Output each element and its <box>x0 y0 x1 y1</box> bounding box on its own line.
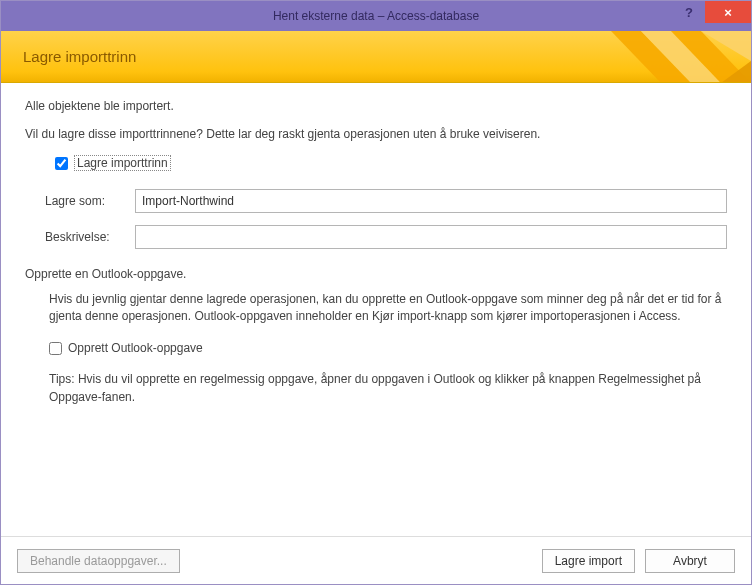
create-outlook-task-label[interactable]: Opprett Outlook-oppgave <box>68 340 203 357</box>
outlook-checkbox-row: Opprett Outlook-oppgave <box>49 340 727 357</box>
banner-heading: Lagre importtrinn <box>23 48 136 65</box>
save-as-input[interactable] <box>135 189 727 213</box>
outlook-heading: Opprette en Outlook-oppgave. <box>25 267 727 281</box>
manage-data-tasks-button[interactable]: Behandle dataoppgaver... <box>17 549 180 573</box>
description-label: Beskrivelse: <box>45 230 135 244</box>
outlook-section: Hvis du jevnlig gjentar denne lagrede op… <box>25 291 727 406</box>
banner-decoration <box>581 31 751 83</box>
save-as-row: Lagre som: <box>25 189 727 213</box>
save-import-button[interactable]: Lagre import <box>542 549 635 573</box>
window-controls: ? × <box>673 1 751 31</box>
titlebar: Hent eksterne data – Access-database ? × <box>1 1 751 31</box>
svg-marker-1 <box>641 31 721 83</box>
dialog-footer: Behandle dataoppgaver... Lagre import Av… <box>1 536 751 584</box>
cancel-button[interactable]: Avbryt <box>645 549 735 573</box>
status-text: Alle objektene ble importert. <box>25 99 727 113</box>
svg-marker-4 <box>721 61 751 83</box>
save-steps-label[interactable]: Lagre importtrinn <box>74 155 171 171</box>
save-as-label: Lagre som: <box>45 194 135 208</box>
dialog-content: Alle objektene ble importert. Vil du lag… <box>1 83 751 536</box>
dialog-window: Hent eksterne data – Access-database ? ×… <box>0 0 752 585</box>
outlook-body: Hvis du jevnlig gjentar denne lagrede op… <box>49 291 727 326</box>
close-button[interactable]: × <box>705 1 751 23</box>
description-row: Beskrivelse: <box>25 225 727 249</box>
banner: Lagre importtrinn <box>1 31 751 83</box>
svg-marker-0 <box>611 31 691 83</box>
svg-marker-2 <box>671 31 751 83</box>
save-steps-checkbox[interactable] <box>55 157 68 170</box>
description-input[interactable] <box>135 225 727 249</box>
prompt-text: Vil du lagre disse importtrinnene? Dette… <box>25 127 727 141</box>
window-title: Hent eksterne data – Access-database <box>273 9 479 23</box>
help-button[interactable]: ? <box>673 1 705 23</box>
save-steps-row: Lagre importtrinn <box>55 155 727 171</box>
tips-text: Tips: Hvis du vil opprette en regelmessi… <box>49 371 727 406</box>
svg-marker-3 <box>701 31 751 61</box>
create-outlook-task-checkbox[interactable] <box>49 342 62 355</box>
